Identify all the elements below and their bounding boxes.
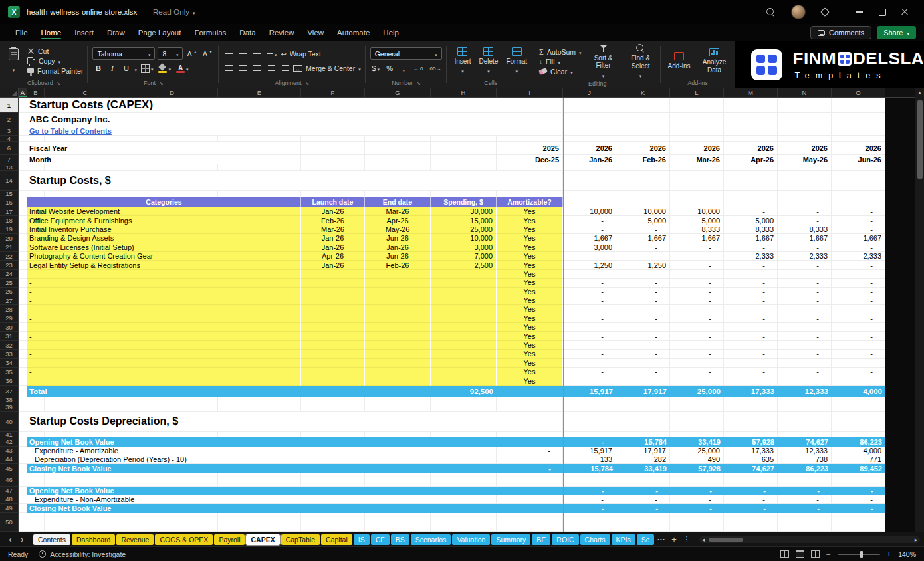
month-cell[interactable] [670, 113, 724, 126]
row-header-27[interactable]: 27 [0, 296, 18, 305]
cell[interactable] [365, 432, 431, 437]
horizontal-scroll-thumb[interactable] [709, 538, 743, 542]
sheet-tab-is[interactable]: IS [354, 534, 370, 545]
launch-date-cell[interactable] [301, 270, 365, 279]
month-cell[interactable]: - [563, 225, 616, 234]
depreciation-label[interactable]: Expenditure - Amortizable [27, 447, 497, 455]
row-header-31[interactable]: 31 [0, 332, 18, 340]
month-cell[interactable]: - [832, 332, 885, 340]
month-cell[interactable] [832, 197, 885, 207]
month-cell[interactable]: - [832, 350, 885, 358]
month-cell[interactable]: - [832, 207, 885, 216]
depreciation-value[interactable]: 89,452 [832, 464, 885, 473]
month-cell[interactable]: - [616, 225, 670, 234]
month-cell[interactable]: 10,000 [563, 207, 616, 216]
align-right-button[interactable] [251, 62, 263, 74]
cell[interactable] [45, 432, 126, 437]
depreciation-value[interactable]: 17,333 [724, 447, 778, 455]
excel-app-icon[interactable] [8, 6, 20, 18]
cell[interactable] [19, 197, 27, 207]
cell[interactable] [19, 136, 27, 142]
row-header-40[interactable]: 40 [0, 412, 18, 432]
amortizable-cell[interactable]: Yes [497, 234, 563, 243]
spending-cell[interactable]: 30,000 [431, 207, 497, 216]
cell[interactable] [497, 513, 563, 532]
month-cell[interactable]: 8,333 [778, 225, 832, 234]
end-date-cell[interactable] [365, 359, 431, 368]
month-cell[interactable]: - [832, 296, 885, 305]
month-cell[interactable]: - [724, 376, 778, 385]
row-header-46[interactable]: 46 [0, 473, 18, 487]
period-value[interactable]: Jun-26 [832, 155, 885, 164]
period-value[interactable]: Apr-26 [724, 155, 778, 164]
cell[interactable] [724, 432, 778, 437]
month-cell[interactable] [563, 412, 616, 432]
month-cell[interactable] [670, 171, 724, 191]
end-date-cell[interactable] [365, 350, 431, 358]
depreciation-value[interactable]: - [724, 487, 778, 495]
cell[interactable] [218, 191, 301, 197]
month-cell[interactable]: - [832, 359, 885, 368]
amortizable-cell[interactable]: Yes [497, 216, 563, 225]
addins-button[interactable]: Add-ins [665, 52, 693, 70]
table-header[interactable]: Categories [27, 197, 301, 207]
zoom-out-button[interactable] [826, 550, 831, 559]
cell[interactable] [27, 432, 45, 437]
cell[interactable] [19, 464, 27, 473]
month-cell[interactable]: - [563, 314, 616, 323]
row-header-4[interactable]: 4 [0, 136, 18, 142]
cell[interactable] [19, 279, 27, 287]
depreciation-frozen-value[interactable]: - [497, 464, 563, 473]
period-value[interactable]: Mar-26 [670, 155, 724, 164]
cell[interactable] [301, 403, 365, 412]
cell[interactable] [832, 164, 885, 171]
cell[interactable] [19, 288, 27, 296]
maximize-button[interactable] [871, 3, 893, 21]
sheet-tab-payroll[interactable]: Payroll [214, 534, 245, 545]
column-header-L[interactable]: L [670, 88, 724, 97]
month-cell[interactable] [832, 113, 885, 126]
cell[interactable] [19, 332, 27, 340]
month-cell[interactable]: 1,667 [832, 234, 885, 243]
month-cell[interactable] [724, 171, 778, 191]
end-date-cell[interactable]: Jun-26 [365, 234, 431, 243]
category-cell[interactable]: - [27, 314, 301, 323]
table-header[interactable]: Launch date [301, 197, 365, 207]
month-cell[interactable]: - [778, 270, 832, 279]
depreciation-value[interactable]: 33,419 [616, 464, 670, 473]
cell[interactable] [431, 164, 497, 171]
month-cell[interactable] [563, 171, 616, 191]
cell[interactable] [19, 341, 27, 350]
month-cell[interactable]: - [724, 350, 778, 358]
sheet-options-button[interactable] [681, 534, 692, 545]
italic-button[interactable]: I [106, 62, 118, 74]
cell[interactable] [431, 403, 497, 412]
cell[interactable] [218, 164, 301, 171]
decrease-indent-button[interactable] [265, 62, 277, 74]
cell[interactable] [431, 397, 497, 403]
align-center-button[interactable] [237, 62, 249, 74]
month-cell[interactable]: - [563, 323, 616, 332]
bottom-align-button[interactable] [251, 48, 263, 60]
category-cell[interactable]: - [27, 359, 301, 368]
row-header-44[interactable]: 44 [0, 455, 18, 464]
depreciation-value[interactable]: - [670, 487, 724, 495]
month-cell[interactable]: - [616, 270, 670, 279]
end-date-cell[interactable] [365, 368, 431, 376]
spending-cell[interactable]: 10,000 [431, 234, 497, 243]
share-button[interactable]: Share [877, 26, 916, 39]
depreciation-value[interactable]: - [563, 437, 616, 447]
cell[interactable] [778, 432, 832, 437]
row-header-41[interactable]: 41 [0, 432, 18, 437]
launch-date-cell[interactable]: Jan-26 [301, 234, 365, 243]
spending-cell[interactable] [431, 270, 497, 279]
cell[interactable] [19, 495, 27, 504]
month-cell[interactable]: - [724, 243, 778, 252]
month-cell[interactable]: - [670, 270, 724, 279]
spending-cell[interactable] [431, 376, 497, 385]
launch-date-cell[interactable] [301, 288, 365, 296]
month-cell[interactable]: - [724, 314, 778, 323]
cell[interactable] [497, 432, 563, 437]
cell[interactable] [497, 397, 563, 403]
launch-date-cell[interactable] [301, 368, 365, 376]
